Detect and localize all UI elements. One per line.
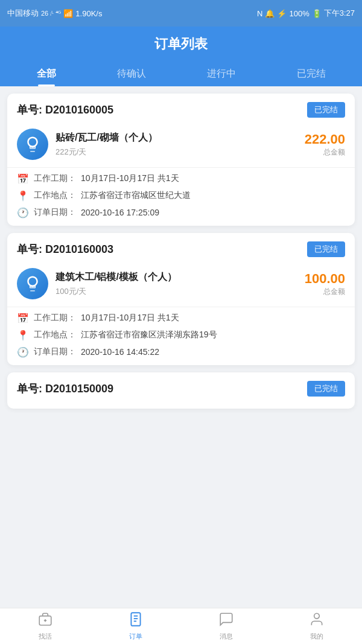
date-row-1: 🕐 订单日期： 2020-10-16 17:25:09	[17, 206, 345, 218]
order-number-2: 单号: D2010160003	[17, 242, 113, 257]
amount-value-1: 222.00	[305, 132, 345, 147]
speed-label: 1.90K/s	[75, 9, 102, 18]
date-label-2: 订单日期：	[34, 346, 76, 357]
job-row-1: 贴砖/瓦工/砌墙（个人） 222元/天 222.00 总金额	[7, 124, 355, 168]
job-title-2: 建筑木工/铝模/模板（个人）	[56, 271, 297, 284]
nav-item-mine[interactable]: 我的	[272, 611, 362, 641]
orders-icon	[128, 611, 144, 631]
order-card-2[interactable]: 单号: D2010160003 已完结 建筑木工/铝模/模板（个人） 100元/…	[7, 233, 355, 365]
status-badge-3: 已完结	[307, 381, 345, 397]
time-label: 下午3:27	[324, 8, 355, 19]
signal-strength: 26 ᵢᴸ ⁴ᴳ	[41, 10, 61, 18]
status-badge-1: 已完结	[307, 102, 345, 118]
mine-icon	[309, 611, 325, 631]
tab-pending[interactable]: 待确认	[105, 62, 158, 86]
status-right: N 🔔 ⚡ 100% 🔋 下午3:27	[257, 8, 355, 19]
job-daily-rate-2: 100元/天	[56, 286, 297, 297]
status-badge-2: 已完结	[307, 241, 345, 257]
bottom-nav: 找活 订单 消息 我的	[0, 608, 362, 644]
work-period-row-1: 📅 工作工期： 10月17日-10月17日 共1天	[17, 173, 345, 185]
job-row-2: 建筑木工/铝模/模板（个人） 100元/天 100.00 总金额	[7, 263, 355, 307]
mine-label: 我的	[310, 632, 323, 641]
jobs-icon	[37, 611, 53, 631]
svg-rect-3	[131, 613, 140, 626]
date-value-2: 2020-10-16 14:45:22	[81, 347, 159, 357]
work-period-value-1: 10月17日-10月17日 共1天	[81, 173, 179, 184]
page-title: 订单列表	[0, 35, 362, 62]
nav-item-orders[interactable]: 订单	[91, 611, 181, 641]
job-amount-2: 100.00 总金额	[305, 271, 345, 297]
order-number-1: 单号: D2010160005	[17, 103, 113, 117]
location-icon-1: 📍	[17, 190, 29, 202]
alarm-icon: 🔔	[265, 9, 275, 18]
header: 订单列表 全部 待确认 进行中 已完结	[0, 27, 362, 86]
nfc-icon: N	[257, 9, 262, 18]
order-number-3: 单号: D2010150009	[17, 381, 113, 396]
svg-point-7	[314, 613, 320, 619]
job-info-2: 建筑木工/铝模/模板（个人） 100元/天	[56, 271, 297, 297]
date-label-1: 订单日期：	[34, 207, 76, 218]
worker-avatar-2	[17, 268, 48, 299]
jobs-label: 找活	[39, 632, 52, 641]
messages-label: 消息	[220, 632, 233, 641]
order-card-3[interactable]: 单号: D2010150009 已完结	[7, 372, 355, 409]
amount-label-1: 总金额	[305, 147, 345, 158]
job-title-1: 贴砖/瓦工/砌墙（个人）	[56, 132, 297, 144]
detail-rows-1: 📅 工作工期： 10月17日-10月17日 共1天 📍 工作地点： 江苏省宿迁市…	[7, 168, 355, 226]
location-row-1: 📍 工作地点： 江苏省宿迁市宿城区世纪大道	[17, 190, 345, 202]
card-header-3: 单号: D2010150009 已完结	[7, 372, 355, 403]
tab-all[interactable]: 全部	[25, 62, 68, 86]
wifi-icon: 📶	[63, 9, 73, 18]
tabs-bar: 全部 待确认 进行中 已完结	[0, 62, 362, 86]
date-row-2: 🕐 订单日期： 2020-10-16 14:45:22	[17, 346, 345, 358]
worker-avatar-1	[17, 129, 48, 160]
carrier1-label: 中国移动	[7, 8, 39, 19]
location-label-1: 工作地点：	[34, 190, 76, 201]
location-label-2: 工作地点：	[34, 330, 76, 340]
work-period-label-1: 工作工期：	[34, 173, 76, 184]
bluetooth-icon: ⚡	[277, 9, 287, 18]
amount-value-2: 100.00	[305, 271, 345, 287]
status-bar: 中国移动 26 ᵢᴸ ⁴ᴳ 📶 1.90K/s N 🔔 ⚡ 100% 🔋 下午3…	[0, 0, 362, 27]
battery-label: 100%	[289, 9, 309, 18]
detail-rows-2: 📅 工作工期： 10月17日-10月17日 共1天 📍 工作地点： 江苏省宿迁市…	[7, 307, 355, 365]
clock-icon-2: 🕐	[17, 346, 29, 358]
card-header-2: 单号: D2010160003 已完结	[7, 233, 355, 263]
location-icon-2: 📍	[17, 329, 29, 341]
nav-item-jobs[interactable]: 找活	[0, 611, 91, 641]
location-value-2: 江苏省宿迁市宿豫区洪泽湖东路19号	[81, 330, 217, 340]
job-amount-1: 222.00 总金额	[305, 132, 345, 158]
order-list: 单号: D2010160005 已完结 贴砖/瓦工/砌墙（个人） 222元/天 …	[0, 86, 362, 459]
date-value-1: 2020-10-16 17:25:09	[81, 208, 159, 217]
status-left: 中国移动 26 ᵢᴸ ⁴ᴳ 📶 1.90K/s	[7, 8, 102, 19]
calendar-icon-1: 📅	[17, 173, 29, 185]
orders-label: 订单	[129, 632, 142, 641]
work-period-row-2: 📅 工作工期： 10月17日-10月17日 共1天	[17, 312, 345, 324]
battery-icon: 🔋	[312, 9, 322, 18]
order-card-1[interactable]: 单号: D2010160005 已完结 贴砖/瓦工/砌墙（个人） 222元/天 …	[7, 94, 355, 226]
job-daily-rate-1: 222元/天	[56, 147, 297, 158]
nav-item-messages[interactable]: 消息	[181, 611, 272, 641]
clock-icon-1: 🕐	[17, 206, 29, 218]
work-period-label-2: 工作工期：	[34, 313, 76, 324]
job-info-1: 贴砖/瓦工/砌墙（个人） 222元/天	[56, 132, 297, 158]
calendar-icon-2: 📅	[17, 312, 29, 324]
card-header-1: 单号: D2010160005 已完结	[7, 94, 355, 124]
tab-completed[interactable]: 已完结	[285, 62, 338, 86]
location-row-2: 📍 工作地点： 江苏省宿迁市宿豫区洪泽湖东路19号	[17, 329, 345, 341]
work-period-value-2: 10月17日-10月17日 共1天	[81, 313, 179, 324]
amount-label-2: 总金额	[305, 287, 345, 297]
location-value-1: 江苏省宿迁市宿城区世纪大道	[81, 190, 191, 201]
messages-icon	[218, 611, 234, 631]
tab-inprogress[interactable]: 进行中	[195, 62, 248, 86]
